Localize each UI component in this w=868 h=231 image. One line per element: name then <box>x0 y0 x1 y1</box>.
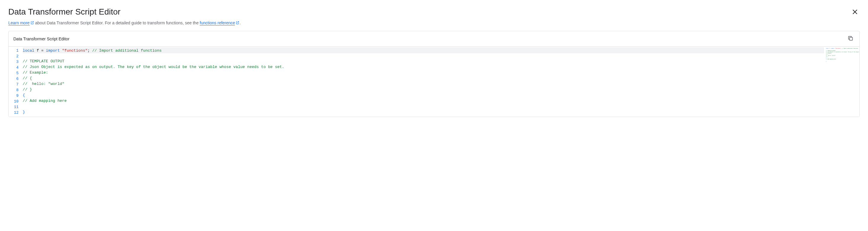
code-area[interactable]: 123456789101112 local f = import "functi… <box>9 47 824 117</box>
close-icon <box>851 12 859 16</box>
line-number: 8 <box>14 87 19 93</box>
line-number: 3 <box>14 59 19 65</box>
line-number: 7 <box>14 82 19 87</box>
code-line[interactable]: // } <box>23 87 824 92</box>
external-link-icon <box>30 21 34 26</box>
code-line[interactable] <box>23 53 824 58</box>
minimap[interactable]: local f = import "functions"; // Import … <box>824 47 859 117</box>
code-line[interactable]: { <box>23 92 824 98</box>
subtitle-text: Learn more about Data Transformer Script… <box>8 21 860 26</box>
code-line[interactable]: // TEMPLATE OUTPUT <box>23 58 824 64</box>
code-line[interactable]: // Json Object is expected as on output.… <box>23 64 824 70</box>
line-number: 10 <box>14 98 19 104</box>
copy-button[interactable] <box>846 34 855 44</box>
code-line[interactable]: // Example: <box>23 70 824 76</box>
editor-panel: Data Transformer Script Editor 123456789… <box>8 31 860 117</box>
code-line[interactable]: } <box>23 109 824 115</box>
functions-reference-link[interactable]: functions reference <box>199 21 235 26</box>
code-line[interactable]: // hello: "world" <box>23 81 824 87</box>
code-line[interactable]: // Add mapping here <box>23 98 824 104</box>
svg-rect-0 <box>849 37 852 40</box>
code-line[interactable]: local f = import "functions"; // Import … <box>23 48 824 53</box>
line-gutter: 123456789101112 <box>9 47 23 117</box>
copy-icon <box>847 38 854 42</box>
code-content[interactable]: local f = import "functions"; // Import … <box>23 47 824 117</box>
line-number: 4 <box>14 65 19 70</box>
external-link-icon <box>236 21 239 26</box>
code-line[interactable] <box>23 104 824 109</box>
line-number: 1 <box>14 48 19 53</box>
close-button[interactable] <box>850 7 860 18</box>
learn-more-link[interactable]: Learn more <box>8 21 30 26</box>
line-number: 2 <box>14 53 19 59</box>
line-number: 9 <box>14 93 19 98</box>
editor-panel-title: Data Transformer Script Editor <box>13 36 69 41</box>
line-number: 5 <box>14 70 19 76</box>
line-number: 6 <box>14 76 19 82</box>
line-number: 11 <box>14 104 19 110</box>
line-number: 12 <box>14 110 19 115</box>
editor-body[interactable]: 123456789101112 local f = import "functi… <box>9 47 859 117</box>
code-line[interactable]: // { <box>23 76 824 81</box>
editor-header: Data Transformer Script Editor <box>9 31 859 47</box>
page-title: Data Transformer Script Editor <box>8 7 120 17</box>
